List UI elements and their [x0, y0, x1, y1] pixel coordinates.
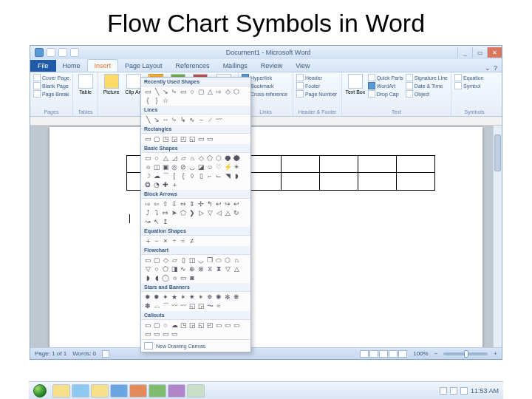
fc-predef-process-icon[interactable]: ▯	[180, 256, 187, 264]
task-folder-icon[interactable]	[91, 384, 109, 398]
fc-merge-icon[interactable]: △	[233, 265, 240, 273]
callout-border3-icon[interactable]: ▭	[162, 330, 169, 338]
basic-sun-icon[interactable]: ☀	[233, 163, 240, 171]
fc-direct-access-icon[interactable]: ▭	[180, 274, 187, 282]
line-icon[interactable]: ╲	[144, 116, 151, 123]
basic-block-arc-icon[interactable]: ◡	[188, 163, 196, 171]
scroll-horizontal-icon[interactable]: ◲	[197, 302, 205, 310]
task-word-icon[interactable]	[110, 384, 128, 398]
fc-collate-icon[interactable]: ⧖	[206, 265, 214, 273]
callout-cloud-icon[interactable]: ☁	[171, 321, 178, 329]
basic-moon-icon[interactable]: ☽	[144, 172, 151, 180]
line-double-arrow-icon[interactable]: ↔	[162, 116, 169, 123]
star-16pt-icon[interactable]: ✻	[224, 293, 231, 301]
arrow-uturn-icon[interactable]: ↩	[215, 200, 222, 208]
tab-review[interactable]: Review	[254, 60, 290, 72]
star-7pt-icon[interactable]: ✷	[188, 293, 196, 301]
shape-diamond-icon[interactable]: ◇	[224, 88, 231, 95]
callout-line3-icon[interactable]: ◱	[197, 321, 205, 329]
task-explorer-icon[interactable]	[52, 384, 70, 398]
shape-triangle-icon[interactable]: △	[206, 88, 214, 95]
fc-manual-op-icon[interactable]: ▽	[144, 265, 151, 273]
quick-parts-button[interactable]: Quick Parts	[368, 74, 403, 81]
basic-trapezoid-icon[interactable]: ⏢	[188, 154, 196, 162]
tab-insert[interactable]: Insert	[87, 59, 119, 72]
basic-triangle-icon[interactable]: △	[162, 154, 169, 162]
elbow-connector-icon[interactable]: ⤷	[171, 116, 178, 123]
maximize-button[interactable]: ▭	[472, 47, 487, 58]
tab-file[interactable]: File	[30, 60, 56, 72]
callout-oval-icon[interactable]: ○	[162, 321, 169, 329]
elbow-arrow-icon[interactable]: ↳	[180, 116, 187, 123]
status-page[interactable]: Page: 1 of 1	[35, 350, 66, 357]
arrow-pentagon-icon[interactable]: ⬠	[180, 209, 187, 216]
tray-flag-icon[interactable]	[440, 387, 447, 395]
equation-button[interactable]: Equation	[454, 74, 484, 81]
arrow-up-icon[interactable]: ⇧	[162, 200, 169, 208]
callout-rect-icon[interactable]: ▭	[144, 321, 151, 329]
header-button[interactable]: Header	[296, 74, 337, 81]
basic-can-icon[interactable]: ⌾	[144, 163, 151, 171]
start-button[interactable]	[29, 382, 51, 400]
zoom-slider-thumb[interactable]	[464, 350, 468, 358]
fc-or-icon[interactable]: ⊗	[197, 265, 205, 273]
arrow-callout-down-icon[interactable]: ▽	[206, 209, 214, 216]
ribbon-curved-up-icon[interactable]: 〰	[171, 302, 178, 310]
outline-view-icon[interactable]	[389, 350, 398, 358]
arrow-curved-down-icon[interactable]: ⤵	[153, 209, 160, 216]
tab-home[interactable]: Home	[56, 60, 87, 72]
shapes-dropdown[interactable]: Recently Used Shapes ▭╲↘⤷▭○▢△⇨◇ ⬡{}☆ Lin…	[140, 77, 251, 352]
basic-arc-icon[interactable]: ⌒	[162, 172, 169, 180]
zoom-minus-icon[interactable]: −	[434, 350, 438, 357]
horizontal-ruler[interactable]	[30, 117, 502, 126]
double-wave-icon[interactable]: ≈	[215, 302, 222, 310]
tray-clock[interactable]: 11:53 AM	[471, 387, 499, 395]
page[interactable]	[50, 127, 482, 347]
close-button[interactable]: ✕	[487, 47, 502, 58]
ribbon-minimize-icon[interactable]: ⌄	[485, 64, 491, 72]
page-number-button[interactable]: Page Number	[296, 90, 337, 98]
fc-preparation-icon[interactable]: ⬡	[224, 256, 231, 264]
scroll-vertical-icon[interactable]: ◱	[188, 302, 196, 310]
task-excel-icon[interactable]	[149, 384, 166, 398]
tab-references[interactable]: References	[169, 60, 216, 72]
arrow-striped-icon[interactable]: ⤇	[162, 209, 169, 216]
shape-brace-left-icon[interactable]: {	[144, 97, 151, 104]
shape-hexagon-icon[interactable]: ⬡	[233, 88, 240, 95]
web-layout-view-icon[interactable]	[379, 350, 388, 358]
fc-summing-icon[interactable]: ⊕	[188, 265, 196, 273]
fc-alt-process-icon[interactable]: ▢	[153, 256, 160, 264]
fc-tape-icon[interactable]: ∿	[180, 265, 187, 273]
arrow-callout-right-icon[interactable]: ▷	[197, 209, 205, 216]
tray-network-icon[interactable]	[450, 387, 457, 395]
basic-diamond-icon[interactable]: ◇	[197, 154, 205, 162]
basic-lightning-icon[interactable]: ⚡	[224, 163, 231, 171]
callout-border4-icon[interactable]: ▭	[171, 330, 178, 338]
arrow-notched-icon[interactable]: ➤	[171, 209, 178, 216]
tray-volume-icon[interactable]	[460, 387, 468, 395]
basic-brace-icon[interactable]: {	[180, 172, 187, 180]
fc-manual-input-icon[interactable]: ⏢	[233, 256, 240, 264]
basic-bevel-icon[interactable]: ▣	[162, 163, 169, 171]
text-box-button[interactable]: Text Box	[345, 74, 366, 95]
save-icon[interactable]	[47, 48, 55, 57]
star-explosion2-icon[interactable]: ✹	[153, 293, 160, 301]
basic-parallelogram-icon[interactable]: ▱	[180, 154, 187, 162]
basic-heptagon-icon[interactable]: ⯃	[224, 154, 231, 162]
arrow-bent-up-icon[interactable]: ↥	[162, 218, 169, 225]
fc-stored-data-icon[interactable]: ◗	[144, 274, 151, 282]
callout-round-icon[interactable]: ▢	[153, 321, 160, 329]
word-icon[interactable]	[35, 48, 44, 57]
status-words[interactable]: Words: 0	[72, 350, 96, 357]
fc-document-icon[interactable]: ◡	[197, 256, 205, 264]
basic-no-icon[interactable]: ⊘	[180, 163, 187, 171]
eq-equal-icon[interactable]: =	[180, 237, 187, 245]
full-screen-view-icon[interactable]	[369, 350, 378, 358]
basic-pie-icon[interactable]: ◔	[153, 181, 160, 188]
print-layout-view-icon[interactable]	[360, 350, 369, 358]
fc-decision-icon[interactable]: ◇	[162, 256, 169, 264]
snip-rect-icon[interactable]: ◳	[162, 135, 169, 143]
arrow-swoosh-icon[interactable]: ↝	[144, 218, 151, 225]
arrow-curved-up-icon[interactable]: ⤴	[144, 209, 151, 216]
eq-plus-icon[interactable]: ＋	[144, 237, 151, 245]
